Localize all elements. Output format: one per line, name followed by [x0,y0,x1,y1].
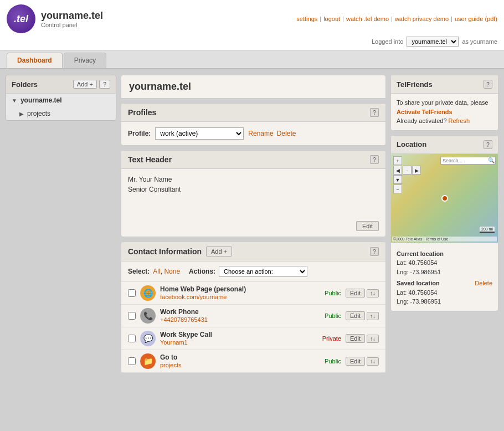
text-header-edit-button[interactable]: Edit [356,221,379,231]
logout-link[interactable]: logout [323,16,340,22]
user-guide-link[interactable]: user guide (pdf) [455,16,497,22]
logo-area: .tel yourname.tel Control panel [7,4,103,33]
activate-telfriends-link[interactable]: Activate TelFriends [397,109,452,115]
contact-value-phone[interactable]: +4420789765431 [160,316,208,323]
map-pan-right-button[interactable]: ▶ [412,166,421,175]
add-contact-button[interactable]: Add + [206,247,232,256]
telfriends-help-button[interactable]: ? [484,80,492,89]
saved-lat: Lat: 40.756054 [397,288,492,297]
contact-info-webpage: Home Web Page (personal) facebook.com/yo… [160,285,310,301]
map-pan-row: ◀ · ▶ [393,166,421,175]
logged-into-select[interactable]: yourname.tel [407,37,459,47]
text-header-help-button[interactable]: ? [370,155,379,164]
sep4: | [451,16,452,22]
saved-location-header: Saved location Delete [397,279,492,288]
contact-checkbox-goto[interactable] [128,357,136,365]
folder-item-root[interactable]: ▼ yourname.tel [6,94,116,107]
folder-help-button[interactable]: ? [99,80,110,89]
text-header-panel: Text Header ? Mr. Your Name Senior Consu… [121,150,386,237]
logged-as-label: as yourname [462,38,497,45]
sort-contact-phone-button[interactable]: ↑↓ [367,312,379,320]
contact-help-button[interactable]: ? [370,247,379,256]
contact-actions-webpage: Edit ↑↓ [346,289,379,297]
map-search-input[interactable] [440,157,496,165]
profiles-help-button[interactable]: ? [370,108,379,117]
map-attribution: ©2009 Tele Atlas | Terms of Use [392,237,497,242]
actions-label: Actions: [189,268,215,275]
profile-actions: Rename Delete [248,130,296,137]
map-controls: + ◀ · ▶ ▼ − [393,156,421,193]
contact-title: Contact Information [128,247,202,256]
telfriends-refresh-link[interactable]: Refresh [449,117,470,124]
contact-row-phone: 📞 Work Phone +4420789765431 Public Edit … [121,305,385,327]
profiles-row: Profile: work (active) home default Rena… [128,127,379,140]
folder-child-label: projects [27,110,50,117]
edit-contact-phone-button[interactable]: Edit [346,311,365,320]
site-subtitle: Control panel [41,22,103,28]
map-search-icon: 🔍 [488,157,495,163]
sort-contact-goto-button[interactable]: ↑↓ [367,357,379,366]
delete-saved-location-link[interactable]: Delete [475,279,492,288]
location-help-button[interactable]: ? [484,140,492,149]
map-marker [441,195,448,202]
contact-info-phone: Work Phone +4420789765431 [160,308,310,324]
tab-dashboard[interactable]: Dashboard [7,53,63,68]
select-links: All, None [153,268,180,275]
contact-row-goto: 📁 Go to projects Public Edit ↑↓ [121,350,385,373]
contact-checkbox-skype[interactable] [128,335,136,342]
add-folder-button[interactable]: Add + [73,80,97,89]
sort-contact-webpage-button[interactable]: ↑↓ [367,289,379,297]
edit-contact-webpage-button[interactable]: Edit [346,289,365,297]
contact-icon-phone: 📞 [140,308,156,324]
map-zoom-down-button[interactable]: ▼ [393,175,402,184]
profiles-panel-title: Profiles [128,108,156,117]
folders-title: Folders [12,80,38,89]
map-scale-bar: 200 mi [480,227,495,233]
profiles-panel-body: Profile: work (active) home default Rena… [121,122,385,145]
select-all-link[interactable]: All [153,268,160,275]
contact-checkbox-phone[interactable] [128,312,136,320]
delete-profile-link[interactable]: Delete [277,130,296,137]
location-panel-header: Location ? [391,136,498,154]
contact-actions-phone: Edit ↑↓ [346,311,379,320]
sep3: | [391,16,393,22]
contact-status-phone: Public [315,312,341,319]
map-container[interactable]: + ◀ · ▶ ▼ − 200 mi ©2009 Tele Atl [391,154,498,243]
contact-info-panel: Contact Information Add + ? Select: All,… [121,242,386,373]
map-pan-left-button[interactable]: ◀ [393,166,402,175]
profiles-panel-header: Profiles ? [121,104,385,122]
select-none-link[interactable]: None [164,268,180,275]
map-pan-center-button[interactable]: · [403,166,412,175]
map-placeholder: + ◀ · ▶ ▼ − 200 mi ©2009 Tele Atl [391,154,498,243]
sort-contact-skype-button[interactable]: ↑↓ [367,335,379,343]
contact-name-goto: Go to [160,353,310,361]
site-title: yourname.tel [41,10,103,22]
folders-header: Folders Add + ? [6,75,116,94]
contact-name-webpage: Home Web Page (personal) [160,285,310,293]
contact-row-webpage: 🌐 Home Web Page (personal) facebook.com/… [121,282,385,305]
contact-value-goto[interactable]: projects [160,362,182,368]
watch-tel-demo-link[interactable]: watch .tel demo [346,16,389,22]
contact-value-webpage[interactable]: facebook.com/yourname [160,294,227,300]
select-label: Select: [128,268,150,275]
tab-privacy[interactable]: Privacy [64,53,106,68]
logo-icon: .tel [7,4,35,33]
map-zoom-out-button[interactable]: − [393,184,402,193]
profile-select[interactable]: work (active) home default [155,127,244,140]
text-header-panel-body: Mr. Your Name Senior Consultant Edit [121,169,385,237]
settings-link[interactable]: settings [296,16,317,22]
actions-select[interactable]: Choose an action: [219,266,307,277]
edit-contact-goto-button[interactable]: Edit [346,357,365,366]
contact-actions-skype: Edit ↑↓ [346,334,379,343]
text-header-panel-header: Text Header ? [121,151,385,169]
logged-area: Logged into yourname.tel as yourname [0,35,504,50]
folder-item-projects[interactable]: ▶ projects [6,107,116,120]
edit-contact-skype-button[interactable]: Edit [346,334,365,343]
contact-value-skype[interactable]: Yournam1 [160,339,188,346]
contact-actions-goto: Edit ↑↓ [346,357,379,366]
saved-lng: Lng: -73.986951 [397,297,492,306]
watch-privacy-demo-link[interactable]: watch privacy demo [395,16,449,22]
rename-profile-link[interactable]: Rename [248,130,273,137]
map-zoom-in-button[interactable]: + [393,156,402,165]
contact-checkbox-webpage[interactable] [128,289,136,297]
